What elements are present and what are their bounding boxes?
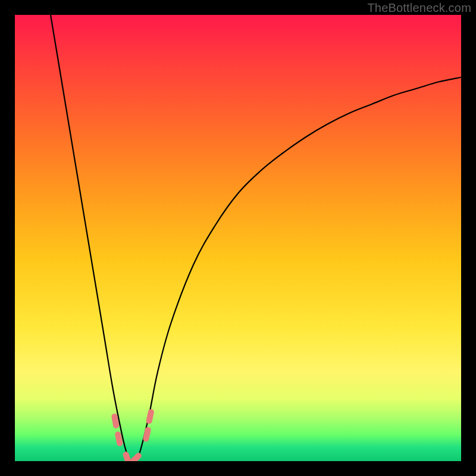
bottleneck-curve-svg <box>15 15 461 461</box>
curve-marker <box>114 416 116 425</box>
curve-marker <box>126 455 129 461</box>
curve-markers-group <box>114 412 151 461</box>
curve-marker <box>146 430 148 439</box>
curve-marker <box>149 412 151 421</box>
curve-marker <box>118 434 120 443</box>
chart-frame <box>15 15 461 461</box>
curve-marker <box>132 456 139 461</box>
bottleneck-curve-path <box>51 15 461 461</box>
watermark-text: TheBottleneck.com <box>367 1 471 15</box>
